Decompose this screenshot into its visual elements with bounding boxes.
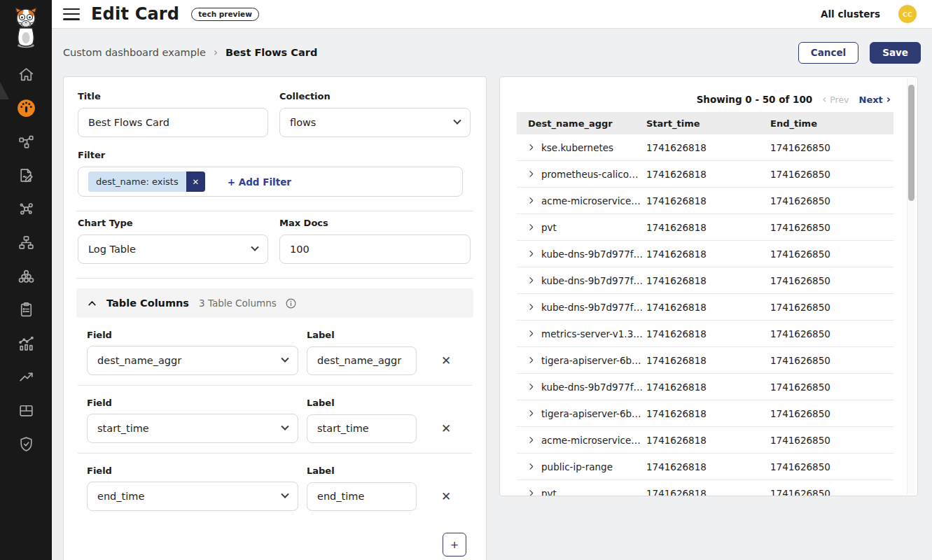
sidebar-item-statistics[interactable] [0,326,52,360]
sidebar-item-service-graph[interactable] [0,125,52,158]
title-field-label: Title [78,91,268,102]
expand-row-icon[interactable] [527,169,536,179]
cell-end-time: 1741626850 [767,302,893,313]
sidebar [0,0,52,560]
field-select[interactable]: start_time [87,414,298,443]
cell-end-time: 1741626850 [767,435,893,446]
expand-row-icon[interactable] [527,143,536,153]
expand-row-icon[interactable] [527,276,536,286]
sidebar-item-dashboards[interactable] [0,91,52,125]
sidebar-item-policies[interactable] [0,158,52,192]
info-icon[interactable] [285,298,297,309]
expand-row-icon[interactable] [527,329,536,339]
sidebar-item-network[interactable] [0,225,52,259]
expand-row-icon[interactable] [527,435,536,445]
column-header-start-time: Start_time [644,118,767,129]
breadcrumb-parent-link[interactable]: Custom dashboard example [63,47,206,58]
sidebar-item-inventory[interactable] [0,393,52,427]
label-caption: Label [307,330,417,340]
menu-icon[interactable] [63,8,80,20]
cell-end-time: 1741626850 [767,275,893,286]
expand-row-icon[interactable] [527,302,536,312]
label-input[interactable] [307,482,417,511]
expand-row-icon[interactable] [527,382,536,392]
table-columns-accordion-header[interactable]: Table Columns 3 Table Columns [76,288,473,318]
expand-row-icon[interactable] [527,223,536,232]
label-input[interactable] [307,346,417,375]
cell-start-time: 1741626818 [644,142,767,153]
table-column-editor-row: Field Label start_time ✕ [78,385,472,453]
remove-filter-icon[interactable]: ✕ [186,172,205,192]
pagination-prev-button[interactable]: ‹ Prev [822,94,849,105]
table-row: acme-microservice… 1741626818 1741626850 [517,427,893,454]
title-input[interactable] [78,108,268,137]
sidebar-item-security[interactable] [0,427,52,461]
page-title: Edit Card [91,4,179,24]
cell-start-time: 1741626818 [644,275,767,286]
cell-start-time: 1741626818 [644,302,767,313]
field-select[interactable]: end_time [87,482,298,511]
breadcrumb: Custom dashboard example › Best Flows Ca… [63,29,921,76]
table-row: public-ip-range 1741626818 1741626850 [517,454,893,480]
chart-type-select[interactable]: Log Table [78,234,268,264]
field-caption: Field [87,398,298,408]
expand-row-icon[interactable] [527,489,536,497]
field-select-value: end_time [97,491,144,502]
sidebar-item-compliance[interactable] [0,293,52,326]
cell-end-time: 1741626850 [767,222,893,233]
cell-start-time: 1741626818 [644,328,767,340]
table-columns-list: Field Label dest_name_aggr ✕ [78,318,472,521]
cell-end-time: 1741626850 [767,408,893,419]
scrollbar-thumb[interactable] [908,85,914,201]
expand-row-icon[interactable] [527,356,536,365]
cell-end-time: 1741626850 [767,382,893,393]
remove-column-button[interactable]: ✕ [438,488,454,505]
save-button[interactable]: Save [870,42,921,64]
avatar[interactable]: CC [898,5,917,23]
calico-cat-logo[interactable] [0,0,52,53]
sidebar-item-endpoints[interactable] [0,192,52,225]
remove-column-button[interactable]: ✕ [438,352,454,370]
cell-dest-name-aggr: metrics-server-v1.3… [541,328,643,340]
add-filter-link[interactable]: + Add Filter [228,176,291,188]
flow-graph-icon [18,133,35,150]
cell-end-time: 1741626850 [767,169,893,180]
cell-start-time: 1741626818 [644,248,767,260]
archive-box-icon [18,402,35,419]
sidebar-item-trends[interactable] [0,360,52,393]
add-column-button[interactable]: + [443,533,466,556]
cell-end-time: 1741626850 [767,355,893,366]
label-input[interactable] [307,414,417,443]
cell-start-time: 1741626818 [644,355,767,366]
max-docs-input[interactable] [279,234,471,264]
cluster-selector[interactable]: All clusters [821,8,880,20]
pagination-next-label: Next [859,94,883,105]
remove-column-button[interactable]: ✕ [438,420,454,438]
cell-dest-name-aggr: acme-microservice… [541,435,641,446]
field-select[interactable]: dest_name_aggr [87,346,298,375]
expand-row-icon[interactable] [527,409,536,419]
table-column-editor-row: Field Label end_time ✕ [78,453,472,521]
sidebar-item-clusters[interactable] [0,259,52,293]
clipboard-list-icon [18,301,35,318]
collection-select[interactable]: flows [279,108,471,137]
sidebar-item-home[interactable] [0,57,52,91]
filter-box[interactable]: dest_name: exists ✕ + Add Filter [78,167,463,197]
expand-row-icon[interactable] [527,462,536,472]
table-row: pvt 1741626818 1741626850 [517,214,893,241]
chevron-right-icon: › [886,94,891,105]
chevron-down-icon [453,117,461,125]
chevron-down-icon [281,491,288,498]
label-caption: Label [307,398,417,408]
expand-row-icon[interactable] [527,196,536,206]
scrollbar-track[interactable] [907,78,916,494]
cancel-button[interactable]: Cancel [798,42,858,64]
expand-row-icon[interactable] [527,249,536,259]
pagination-next-button[interactable]: Next › [859,94,891,105]
breadcrumb-separator-icon: › [214,46,218,59]
cell-dest-name-aggr: pvt [541,222,557,233]
card-preview-panel: Showing 0 - 50 of 100 ‹ Prev Next › Dest… [499,76,918,496]
divider [76,278,473,279]
table-row: pvt 1741626818 1741626850 [517,480,893,496]
cell-dest-name-aggr: tigera-apiserver-6b… [541,408,641,419]
